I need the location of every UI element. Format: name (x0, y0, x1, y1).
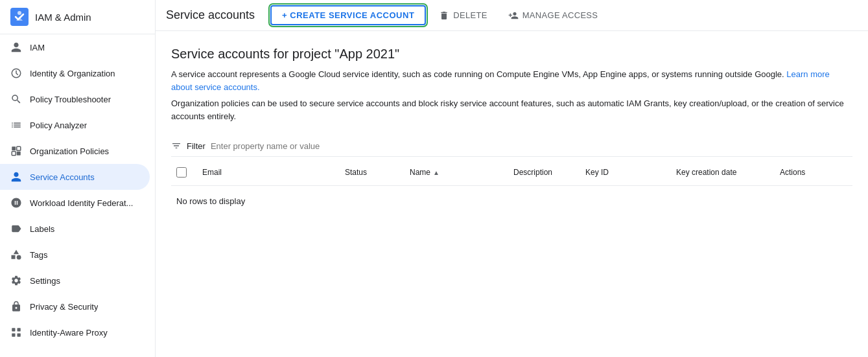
delete-icon (439, 10, 449, 21)
content-page-title: Service accounts for project "App 2021" (171, 47, 852, 62)
description-1-text: A service account represents a Google Cl… (171, 69, 784, 79)
main-content: Service accounts + CREATE SERVICE ACCOUN… (156, 0, 868, 357)
sidebar-item-labels-label: Labels (30, 224, 54, 234)
service-accounts-icon (10, 171, 22, 183)
table-col-status[interactable]: Status (340, 165, 405, 180)
settings-icon (10, 275, 22, 286)
filter-icon (171, 141, 182, 151)
content-area: Service accounts for project "App 2021" … (156, 31, 868, 357)
table-col-description-label: Description (513, 168, 552, 177)
table-col-email-label: Email (202, 168, 222, 177)
identity-org-icon (10, 67, 22, 79)
sidebar-item-service-accounts-label: Service Accounts (30, 172, 95, 182)
app-logo-icon (10, 8, 29, 26)
manage-access-button[interactable]: MANAGE ACCESS (500, 6, 606, 25)
svg-point-7 (17, 255, 21, 260)
sidebar-item-privacy-security-label: Privacy & Security (30, 302, 98, 312)
table-col-email[interactable]: Email (197, 165, 340, 180)
svg-rect-9 (12, 328, 15, 331)
select-all-checkbox[interactable] (176, 167, 187, 178)
svg-rect-6 (17, 152, 21, 155)
sidebar-item-privacy-security[interactable]: Privacy & Security (0, 294, 150, 319)
sidebar-item-workload-identity-label: Workload Identity Federat... (30, 198, 133, 208)
toolbar: Service accounts + CREATE SERVICE ACCOUN… (156, 0, 868, 31)
sidebar-item-workload-identity[interactable]: Workload Identity Federat... (0, 190, 150, 216)
svg-rect-10 (18, 328, 21, 331)
sidebar-item-identity-aware-proxy-label: Identity-Aware Proxy (30, 328, 108, 338)
sidebar-item-policy-analyzer-label: Policy Analyzer (30, 121, 87, 130)
manage-access-button-label: MANAGE ACCESS (522, 10, 598, 20)
table-header: Email Status Name ▲ Description Key ID K… (171, 159, 852, 186)
sidebar-item-policy-analyzer[interactable]: Policy Analyzer (0, 112, 150, 138)
table-header-checkbox[interactable] (171, 165, 197, 180)
identity-aware-proxy-icon (10, 327, 22, 338)
filter-label: Filter (187, 141, 205, 151)
iam-icon (10, 41, 22, 53)
sidebar-item-iam-label: IAM (30, 43, 45, 52)
svg-point-1 (18, 11, 21, 15)
filter-input[interactable] (211, 141, 852, 151)
sidebar-item-tags-label: Tags (30, 250, 47, 260)
labels-icon (10, 223, 22, 235)
table-col-keycreationdate[interactable]: Key creation date (671, 165, 775, 180)
sidebar-item-tags[interactable]: Tags (0, 242, 150, 268)
table-col-actions[interactable]: Actions (775, 165, 852, 180)
sidebar-item-policy-troubleshooter-label: Policy Troubleshooter (30, 95, 111, 104)
svg-rect-5 (12, 152, 16, 155)
sidebar-item-policy-troubleshooter[interactable]: Policy Troubleshooter (0, 86, 150, 112)
sidebar-item-identity-aware-proxy[interactable]: Identity-Aware Proxy (0, 319, 150, 345)
table-col-name-label: Name (410, 168, 430, 177)
workload-identity-icon (10, 197, 22, 209)
policy-analyzer-icon (10, 119, 22, 131)
table-col-actions-label: Actions (780, 168, 805, 177)
no-rows-message: No rows to display (171, 186, 852, 216)
table-col-keyid-label: Key ID (585, 168, 609, 177)
delete-button-label: DELETE (453, 10, 487, 20)
table-col-keyid[interactable]: Key ID (580, 165, 671, 180)
create-service-account-button[interactable]: + CREATE SERVICE ACCOUNT (270, 5, 426, 25)
sidebar-item-labels[interactable]: Labels (0, 216, 150, 242)
tags-icon (10, 249, 22, 260)
service-accounts-table: Email Status Name ▲ Description Key ID K… (171, 159, 852, 216)
svg-rect-3 (12, 146, 16, 150)
page-title: Service accounts (166, 8, 255, 22)
description-2: Organization policies can be used to sec… (171, 97, 852, 122)
sidebar-item-settings[interactable]: Settings (0, 268, 150, 294)
sidebar-item-iam[interactable]: IAM (0, 34, 150, 60)
sidebar-item-identity-org[interactable]: Identity & Organization (0, 60, 150, 86)
svg-rect-4 (17, 146, 21, 150)
svg-rect-8 (12, 255, 16, 259)
sidebar-item-settings-label: Settings (30, 276, 60, 286)
manage-access-icon (508, 10, 519, 21)
sidebar-item-service-accounts[interactable]: Service Accounts (0, 164, 150, 190)
sidebar-item-identity-org-label: Identity & Organization (30, 69, 115, 78)
sidebar-item-org-policies-label: Organization Policies (30, 146, 109, 156)
privacy-security-icon (10, 301, 22, 312)
svg-rect-12 (18, 334, 21, 337)
name-sort-icon: ▲ (433, 169, 440, 176)
org-policies-icon (10, 145, 22, 157)
table-col-status-label: Status (345, 168, 367, 177)
app-title: IAM & Admin (35, 12, 91, 23)
sidebar: IAM & Admin IAM Identity & Organization … (0, 0, 156, 357)
description-1: A service account represents a Google Cl… (171, 68, 852, 93)
filter-bar: Filter (171, 135, 852, 157)
policy-troubleshooter-icon (10, 93, 22, 105)
svg-rect-11 (12, 334, 15, 337)
delete-button[interactable]: DELETE (431, 6, 495, 25)
table-col-keycreationdate-label: Key creation date (676, 168, 736, 177)
table-col-name[interactable]: Name ▲ (405, 165, 508, 180)
sidebar-item-org-policies[interactable]: Organization Policies (0, 138, 150, 164)
table-col-description[interactable]: Description (508, 165, 580, 180)
app-header: IAM & Admin (0, 0, 155, 34)
